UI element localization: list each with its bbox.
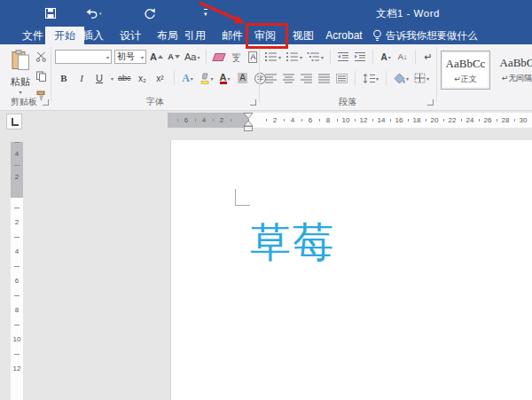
- left-indent-marker: [244, 127, 252, 131]
- underline-button[interactable]: U: [92, 71, 106, 85]
- tell-me-label: 告诉我你想要做什么: [386, 29, 478, 43]
- font-size-dropdown-icon: ▾: [141, 54, 144, 60]
- save-icon[interactable]: [44, 6, 57, 20]
- ruler-margin-area: 642: [168, 113, 248, 128]
- redo-icon[interactable]: [144, 6, 156, 20]
- borders-button[interactable]: ▾: [413, 71, 430, 85]
- grow-font-button[interactable]: A: [149, 50, 164, 64]
- paragraph-dialog-launcher[interactable]: [427, 99, 434, 106]
- multilevel-list-button[interactable]: ▾: [306, 50, 325, 64]
- increase-indent-button[interactable]: [353, 50, 367, 64]
- asian-layout-button[interactable]: A▾: [379, 50, 393, 64]
- decrease-indent-button[interactable]: [336, 50, 350, 64]
- bold-button[interactable]: B: [57, 71, 71, 85]
- tell-me-box[interactable]: 告诉我你想要做什么: [372, 27, 478, 44]
- highlighter-icon: [200, 73, 210, 84]
- ribbon-tab-row: 文件 开始 插入 设计 布局 引用 邮件 审阅 视图 Acrobat 告诉我你想…: [0, 27, 532, 44]
- superscript-button[interactable]: x²: [153, 71, 168, 85]
- phonetic-guide-button[interactable]: wén文: [229, 50, 243, 64]
- horizontal-ruler[interactable]: 642 24681012141618202224262830: [168, 113, 532, 128]
- font-size-combobox[interactable]: 初号▾: [114, 50, 146, 64]
- line-spacing-button[interactable]: ▾: [362, 71, 379, 85]
- style-preview: AaBbC: [493, 56, 532, 70]
- ribbon: 粘贴 ▾ 剪贴板 ▾ 初号▾ A A Aa▾ wén文 A: [0, 44, 532, 111]
- shrink-font-button[interactable]: A: [167, 50, 181, 64]
- word-window: ▾ ▾ 文档1 - Word 文件 开始 插入 设计 布局 引用 邮件 审阅 视…: [0, 0, 532, 400]
- show-paragraph-marks-button[interactable]: ↵: [421, 50, 435, 64]
- style-no-spacing[interactable]: AaBbC ↵无间隔: [493, 51, 532, 88]
- text-effects-button[interactable]: A▾: [181, 71, 195, 85]
- window-title: 文档1 - Word: [376, 7, 440, 20]
- font-color-button[interactable]: A▾: [218, 71, 232, 85]
- ruler-body-area: 24681012141618202224262830: [248, 113, 532, 128]
- copy-icon[interactable]: [35, 69, 47, 85]
- tab-review[interactable]: 审阅: [247, 27, 283, 44]
- style-name: ↵无间隔: [493, 73, 532, 84]
- undo-dropdown-icon[interactable]: ▾: [99, 11, 102, 16]
- tab-stop-selector[interactable]: [6, 114, 22, 129]
- document-area: 42 24681012 草莓: [0, 140, 532, 400]
- style-name: ↵正文: [442, 74, 489, 85]
- document-page[interactable]: 草莓: [170, 140, 532, 400]
- tab-stop-icon: [12, 118, 19, 126]
- font-name-combobox[interactable]: ▾: [55, 50, 112, 64]
- vertical-ruler[interactable]: 42 24681012: [11, 142, 23, 400]
- eraser-icon: [213, 53, 226, 61]
- tab-acrobat[interactable]: Acrobat: [319, 27, 369, 44]
- customize-quick-access-icon[interactable]: ▾: [204, 6, 207, 20]
- font-group-label: 字体: [55, 96, 255, 108]
- justify-button[interactable]: [317, 71, 331, 85]
- sort-button[interactable]: A↓: [395, 50, 410, 64]
- underline-dropdown-icon[interactable]: ▾: [111, 75, 113, 82]
- paste-label: 粘贴: [7, 75, 34, 89]
- style-normal[interactable]: AaBbCc ↵正文: [441, 51, 490, 90]
- numbering-button[interactable]: ▾: [285, 50, 303, 64]
- bullets-button[interactable]: ▾: [263, 50, 282, 64]
- subscript-button[interactable]: x₂: [136, 71, 150, 85]
- align-right-button[interactable]: [299, 71, 313, 85]
- align-left-button[interactable]: [263, 71, 278, 85]
- tab-mailings[interactable]: 邮件: [214, 27, 251, 44]
- clipboard-icon: [11, 50, 30, 71]
- cut-icon[interactable]: [35, 50, 47, 66]
- tab-references[interactable]: 引用: [176, 27, 214, 44]
- paste-dropdown-icon[interactable]: ▾: [7, 89, 34, 95]
- strikethrough-button[interactable]: abc: [117, 71, 132, 85]
- character-shading-button[interactable]: A: [236, 71, 250, 85]
- distribute-button[interactable]: [334, 71, 348, 85]
- style-preview: AaBbCc: [442, 57, 489, 71]
- clipboard-group-label: 剪贴板: [4, 96, 44, 108]
- change-case-button[interactable]: Aa▾: [184, 50, 200, 64]
- undo-icon[interactable]: ▾: [85, 6, 102, 20]
- tab-insert[interactable]: 插入: [74, 27, 112, 44]
- document-text[interactable]: 草莓: [250, 220, 335, 264]
- paragraph-group-label: 段落: [263, 96, 432, 108]
- font-name-dropdown-icon: ▾: [106, 54, 109, 60]
- lightbulb-icon: [372, 29, 382, 43]
- first-line-indent-marker: [244, 114, 253, 119]
- shading-button[interactable]: ▾: [393, 71, 410, 85]
- tab-design[interactable]: 设计: [112, 27, 149, 44]
- font-dialog-launcher[interactable]: [250, 99, 256, 106]
- tab-view[interactable]: 视图: [285, 27, 322, 44]
- margin-corner-mark: [235, 189, 250, 206]
- clipboard-dialog-launcher[interactable]: [43, 99, 49, 106]
- title-bar: ▾ ▾ 文档1 - Word: [0, 0, 532, 27]
- align-center-button[interactable]: [281, 71, 295, 85]
- highlight-color-button[interactable]: ▾: [199, 71, 215, 85]
- italic-button[interactable]: I: [74, 71, 89, 85]
- clear-formatting-button[interactable]: [212, 50, 226, 64]
- indent-markers[interactable]: [241, 112, 255, 133]
- ruler-row: 642 24681012141618202224262830: [0, 111, 532, 140]
- hanging-indent-marker: [244, 121, 253, 126]
